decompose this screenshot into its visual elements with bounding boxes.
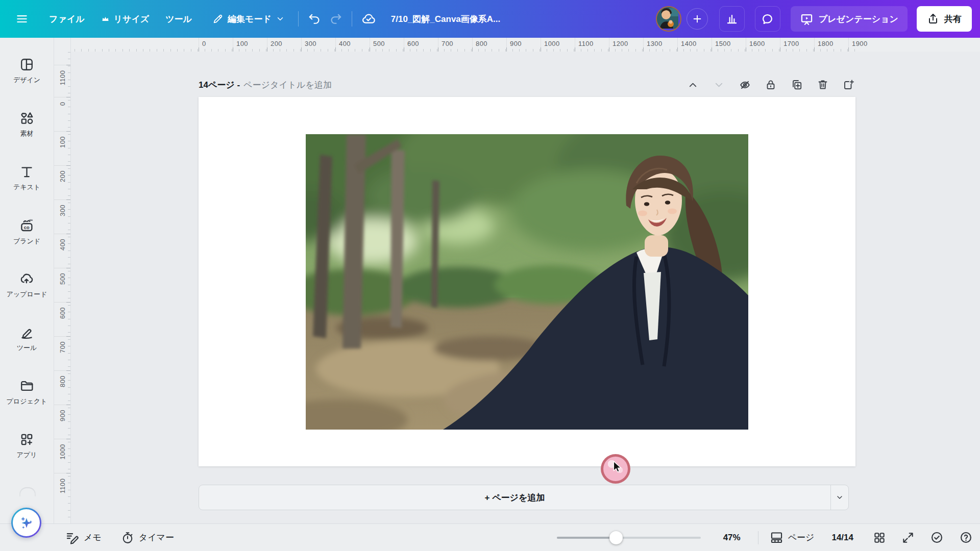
h-ruler-label: 900 xyxy=(510,40,522,47)
file-menu[interactable]: ファイル xyxy=(49,13,85,25)
ruler-tick xyxy=(485,49,485,52)
ruler-tick xyxy=(328,49,328,52)
text-icon xyxy=(19,164,34,179)
sidebar-item-apps[interactable]: アプリ xyxy=(0,425,54,479)
topbar-divider xyxy=(352,11,352,27)
resize-menu[interactable]: リサイズ xyxy=(101,13,150,25)
canvas-page-14[interactable] xyxy=(199,97,855,466)
avatar[interactable] xyxy=(656,6,681,32)
ruler-tick xyxy=(341,49,342,52)
add-member-button[interactable] xyxy=(687,8,708,30)
ruler-tick xyxy=(348,49,349,52)
add-page-icon-button[interactable] xyxy=(842,78,855,91)
edit-mode-selector[interactable]: 編集モード xyxy=(212,13,285,25)
ruler-tick xyxy=(731,49,731,52)
ruler-tick xyxy=(68,264,70,264)
check-circle-icon xyxy=(930,531,944,544)
ruler-tick xyxy=(66,165,70,166)
status-check-button[interactable] xyxy=(930,531,944,544)
presentation-button[interactable]: プレゼンテーション xyxy=(791,6,908,32)
ruler-tick xyxy=(335,47,336,52)
ruler-tick xyxy=(307,49,308,52)
move-page-down-button[interactable] xyxy=(712,78,725,91)
help-button[interactable] xyxy=(959,531,973,544)
ruler-tick xyxy=(68,189,70,189)
ruler-tick xyxy=(396,49,397,52)
insights-button[interactable] xyxy=(719,6,745,32)
v-ruler-label: 0 xyxy=(59,99,66,109)
elements-icon xyxy=(19,111,34,126)
redo-button[interactable] xyxy=(329,12,342,26)
add-page-button[interactable]: + ページを追加 xyxy=(199,485,849,510)
ruler-tick xyxy=(66,302,70,303)
timer-button[interactable]: タイマー xyxy=(121,531,174,544)
undo-button[interactable] xyxy=(308,12,321,26)
ruler-tick xyxy=(519,49,520,52)
save-status-button[interactable] xyxy=(361,12,376,26)
share-button[interactable]: 共有 xyxy=(917,6,972,32)
photo-woman-in-park[interactable] xyxy=(306,134,748,430)
ruler-tick xyxy=(122,49,123,52)
sidebar-item-design[interactable]: デザイン xyxy=(0,50,54,104)
notes-button[interactable]: メモ xyxy=(65,531,102,544)
ruler-tick xyxy=(68,168,70,169)
ruler-tick xyxy=(68,476,70,477)
trash-icon[interactable] xyxy=(816,78,829,91)
resize-menu-label: リサイズ xyxy=(114,13,150,25)
h-ruler-label: 1900 xyxy=(852,40,868,47)
sidebar-item-brand[interactable]: co ブランド xyxy=(0,211,54,264)
main-menu-button[interactable] xyxy=(15,12,29,26)
ruler-tick xyxy=(136,49,137,52)
footer-bar: メモ タイマー 47% ページ 14/14 xyxy=(0,523,980,551)
h-ruler-label: 1600 xyxy=(749,40,765,47)
h-ruler-label: 1100 xyxy=(578,40,594,47)
ruler-tick xyxy=(451,49,451,52)
h-ruler-label: 300 xyxy=(305,40,316,47)
page-title-placeholder[interactable]: ページタイトルを追加 xyxy=(243,79,332,91)
horizontal-ruler[interactable]: 0100200300400500600700800900100011001200… xyxy=(70,38,980,52)
v-ruler-label: 600 xyxy=(59,304,66,322)
comments-button[interactable] xyxy=(755,6,780,32)
tools-menu[interactable]: ツール xyxy=(165,13,192,25)
move-page-up-button[interactable] xyxy=(686,78,699,91)
document-title[interactable]: 7/10_図解_Canva画像系A... xyxy=(391,13,500,25)
vertical-ruler[interactable]: 1100010020030040050060070080090010001100 xyxy=(54,38,71,523)
mouse-cursor xyxy=(612,461,622,473)
ruler-tick xyxy=(95,49,95,52)
sidebar-item-draw-tools[interactable]: ツール xyxy=(0,318,54,371)
add-page-dropdown[interactable] xyxy=(830,485,848,510)
ruler-tick xyxy=(649,49,650,52)
h-ruler-label: 100 xyxy=(236,40,248,47)
zoom-slider[interactable] xyxy=(557,537,701,539)
add-page-label: + ページを追加 xyxy=(199,492,830,504)
ruler-tick xyxy=(163,49,164,52)
lock-icon[interactable] xyxy=(764,78,777,91)
sidebar-item-uploads[interactable]: アップロード xyxy=(0,264,54,318)
h-ruler-label: 500 xyxy=(373,40,385,47)
sparkle-icon xyxy=(18,514,35,532)
grid-view-button[interactable] xyxy=(873,531,886,544)
ruler-tick xyxy=(157,49,157,52)
ai-assistant-button[interactable] xyxy=(11,508,41,538)
fullscreen-button[interactable] xyxy=(901,531,915,544)
ruler-tick xyxy=(184,49,184,52)
ruler-tick xyxy=(370,47,370,52)
sidebar-item-projects[interactable]: プロジェクト xyxy=(0,371,54,425)
sidebar-item-elements[interactable]: 素材 xyxy=(0,104,54,157)
eye-off-icon[interactable] xyxy=(738,78,751,91)
ruler-tick xyxy=(68,490,70,490)
sidebar-item-text[interactable]: テキスト xyxy=(0,157,54,211)
duplicate-page-button[interactable] xyxy=(790,78,803,91)
ruler-tick xyxy=(526,49,526,52)
zoom-slider-thumb[interactable] xyxy=(609,531,623,544)
ruler-tick xyxy=(259,49,260,52)
pages-view-button[interactable]: ページ xyxy=(770,531,815,544)
ruler-tick xyxy=(66,65,70,65)
ruler-tick xyxy=(68,325,70,326)
ruler-tick xyxy=(66,405,70,405)
ruler-tick xyxy=(68,483,70,483)
ruler-tick xyxy=(444,49,445,52)
ruler-tick xyxy=(68,209,70,210)
plus-icon xyxy=(692,13,703,24)
cloud-check-icon xyxy=(361,12,376,26)
